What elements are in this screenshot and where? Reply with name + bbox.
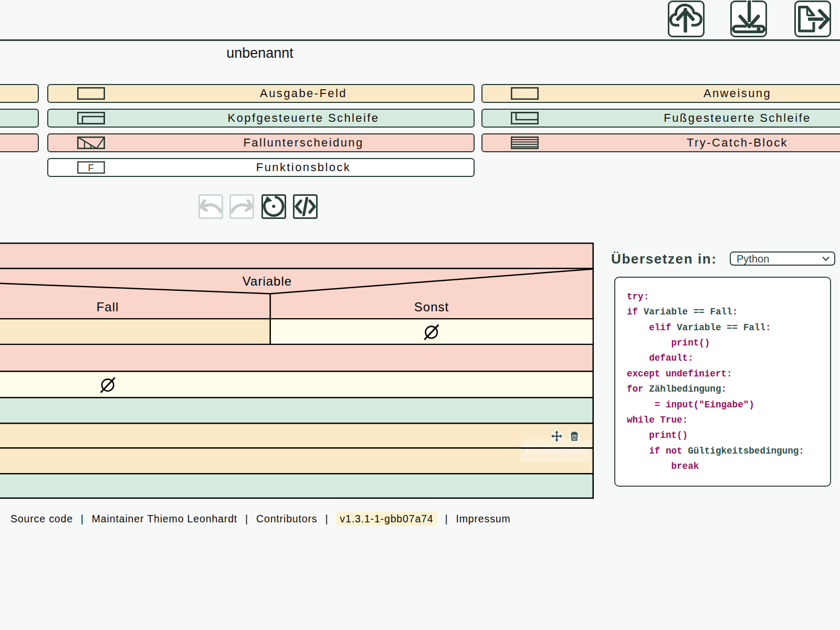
svg-text:Entfernen: Entfernen <box>525 443 586 457</box>
svg-text:Variable: Variable <box>243 274 292 288</box>
svg-text:F: F <box>88 163 93 173</box>
svg-text:Fall: Fall <box>97 300 119 314</box>
svg-text:Sonst: Sonst <box>414 300 449 314</box>
